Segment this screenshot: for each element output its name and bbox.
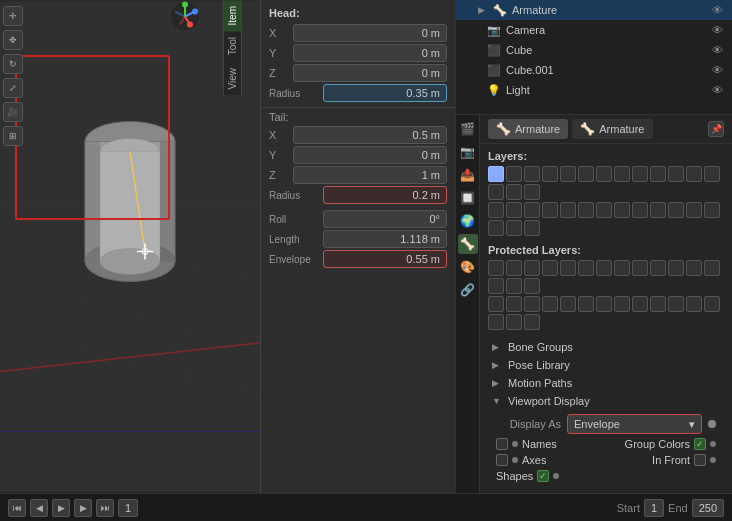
- pin-btn[interactable]: 📌: [708, 121, 724, 137]
- player-dot-9[interactable]: [632, 260, 648, 276]
- prev-frame-btn[interactable]: ◀: [30, 499, 48, 517]
- layer-dot-14[interactable]: [488, 184, 504, 200]
- player-dot-20[interactable]: [542, 296, 558, 312]
- play-btn[interactable]: ▶: [52, 499, 70, 517]
- player-dot-16[interactable]: [524, 278, 540, 294]
- jump-end-btn[interactable]: ⏭: [96, 499, 114, 517]
- edge-tab-tool[interactable]: Tool: [224, 31, 241, 61]
- layer-dot-18[interactable]: [506, 202, 522, 218]
- outliner-item-cube001[interactable]: ⬛ Cube.001 👁: [456, 60, 732, 80]
- layer-dot-17[interactable]: [488, 202, 504, 218]
- layer-dot-21[interactable]: [560, 202, 576, 218]
- length-field[interactable]: 1.118 m: [323, 230, 447, 248]
- next-frame-btn[interactable]: ▶: [74, 499, 92, 517]
- player-dot-19[interactable]: [524, 296, 540, 312]
- player-dot-22[interactable]: [578, 296, 594, 312]
- display-as-select[interactable]: Envelope ▾: [567, 414, 702, 434]
- player-dot-2[interactable]: [506, 260, 522, 276]
- layer-dot-7[interactable]: [596, 166, 612, 182]
- axes-checkbox[interactable]: [496, 454, 508, 466]
- bone-groups-section[interactable]: ▶ Bone Groups: [488, 338, 724, 356]
- layer-dot-15[interactable]: [506, 184, 522, 200]
- layer-dot-12[interactable]: [686, 166, 702, 182]
- end-frame-field[interactable]: 250: [692, 499, 724, 517]
- pose-library-section[interactable]: ▶ Pose Library: [488, 356, 724, 374]
- scene-icon[interactable]: 🎬: [458, 119, 478, 139]
- view-layer-icon[interactable]: 🔲: [458, 188, 478, 208]
- scene-props-icon[interactable]: 🌍: [458, 211, 478, 231]
- shapes-checkbox[interactable]: ✓: [537, 470, 549, 482]
- player-dot-7[interactable]: [596, 260, 612, 276]
- layer-dot-4[interactable]: [542, 166, 558, 182]
- layer-dot-6[interactable]: [578, 166, 594, 182]
- player-dot-28[interactable]: [686, 296, 702, 312]
- tail-x-field[interactable]: 0.5 m: [293, 126, 447, 144]
- player-dot-25[interactable]: [632, 296, 648, 312]
- player-dot-26[interactable]: [650, 296, 666, 312]
- cursor-tool[interactable]: ✛: [3, 6, 23, 26]
- eye-icon-armature[interactable]: 👁: [712, 4, 726, 16]
- layer-dot-22[interactable]: [578, 202, 594, 218]
- object-data-icon[interactable]: 🦴: [458, 234, 478, 254]
- head-x-field[interactable]: 0 m: [293, 24, 447, 42]
- head-z-field[interactable]: 0 m: [293, 64, 447, 82]
- render-icon[interactable]: 📷: [458, 142, 478, 162]
- player-dot-12[interactable]: [686, 260, 702, 276]
- motion-paths-section[interactable]: ▶ Motion Paths: [488, 374, 724, 392]
- layer-dot-13[interactable]: [704, 166, 720, 182]
- tail-z-field[interactable]: 1 m: [293, 166, 447, 184]
- object-constraint-icon[interactable]: 🔗: [458, 280, 478, 300]
- expand-arrow[interactable]: ▶: [478, 5, 488, 15]
- outliner-item-light[interactable]: 💡 Light 👁: [456, 80, 732, 100]
- eye-icon-light[interactable]: 👁: [712, 84, 726, 96]
- layer-dot-24[interactable]: [614, 202, 630, 218]
- player-dot-27[interactable]: [668, 296, 684, 312]
- names-checkbox[interactable]: [496, 438, 508, 450]
- scale-tool[interactable]: ⤢: [3, 78, 23, 98]
- player-dot-5[interactable]: [560, 260, 576, 276]
- prop-tab-armature-1[interactable]: 🦴 Armature: [488, 119, 568, 139]
- output-icon[interactable]: 📤: [458, 165, 478, 185]
- camera-tool[interactable]: 🎥: [3, 102, 23, 122]
- layer-dot-10[interactable]: [650, 166, 666, 182]
- player-dot-10[interactable]: [650, 260, 666, 276]
- layer-dot-23[interactable]: [596, 202, 612, 218]
- player-dot-1[interactable]: [488, 260, 504, 276]
- player-dot-14[interactable]: [488, 278, 504, 294]
- player-dot-30[interactable]: [488, 314, 504, 330]
- layer-dot-28[interactable]: [686, 202, 702, 218]
- layer-dot-2[interactable]: [506, 166, 522, 182]
- prop-tab-armature-2[interactable]: 🦴 Armature: [572, 119, 652, 139]
- group-colors-checkbox[interactable]: ✓: [694, 438, 706, 450]
- layer-dot-1[interactable]: [488, 166, 504, 182]
- edge-tab-view[interactable]: View: [224, 62, 241, 96]
- layer-dot-25[interactable]: [632, 202, 648, 218]
- layer-dot-31[interactable]: [506, 220, 522, 236]
- player-dot-32[interactable]: [524, 314, 540, 330]
- edge-tab-item[interactable]: Item: [224, 0, 241, 31]
- start-frame-field[interactable]: 1: [644, 499, 664, 517]
- player-dot-23[interactable]: [596, 296, 612, 312]
- player-dot-8[interactable]: [614, 260, 630, 276]
- player-dot-21[interactable]: [560, 296, 576, 312]
- player-dot-13[interactable]: [704, 260, 720, 276]
- tail-y-field[interactable]: 0 m: [293, 146, 447, 164]
- viewport-display-header[interactable]: ▼ Viewport Display: [488, 392, 724, 410]
- layer-dot-3[interactable]: [524, 166, 540, 182]
- layer-dot-11[interactable]: [668, 166, 684, 182]
- layer-dot-9[interactable]: [632, 166, 648, 182]
- player-dot-4[interactable]: [542, 260, 558, 276]
- rotate-tool[interactable]: ↻: [3, 54, 23, 74]
- layer-dot-5[interactable]: [560, 166, 576, 182]
- tail-radius-field[interactable]: 0.2 m: [323, 186, 447, 204]
- layer-dot-19[interactable]: [524, 202, 540, 218]
- player-dot-31[interactable]: [506, 314, 522, 330]
- material-icon[interactable]: 🎨: [458, 257, 478, 277]
- layer-dot-8[interactable]: [614, 166, 630, 182]
- eye-icon-cube[interactable]: 👁: [712, 44, 726, 56]
- jump-start-btn[interactable]: ⏮: [8, 499, 26, 517]
- player-dot-29[interactable]: [704, 296, 720, 312]
- outliner-item-cube[interactable]: ⬛ Cube 👁: [456, 40, 732, 60]
- move-tool[interactable]: ✥: [3, 30, 23, 50]
- layer-dot-26[interactable]: [650, 202, 666, 218]
